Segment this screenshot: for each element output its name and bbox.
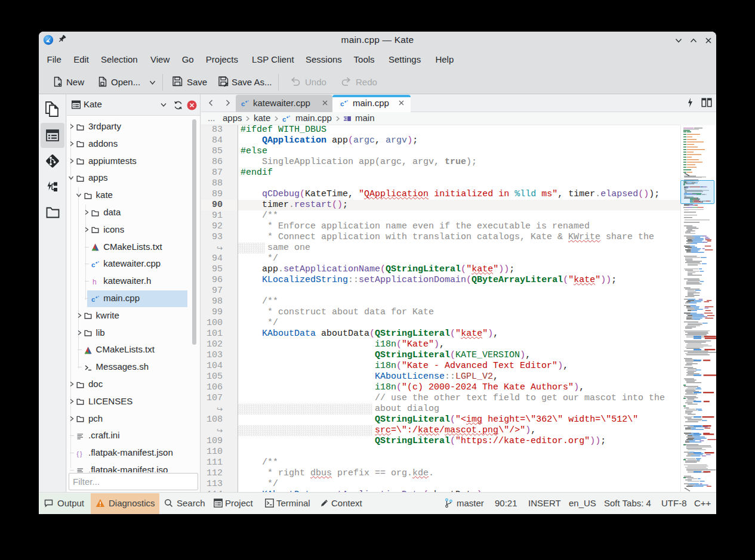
svg-text:c: c (91, 296, 95, 303)
svg-text:{ }: { } (76, 450, 82, 457)
svg-text:c: c (282, 116, 286, 123)
svg-text:h: h (93, 278, 97, 286)
svg-text:c: c (241, 100, 245, 107)
svg-text:c: c (340, 100, 344, 107)
svg-text:c: c (91, 261, 95, 268)
